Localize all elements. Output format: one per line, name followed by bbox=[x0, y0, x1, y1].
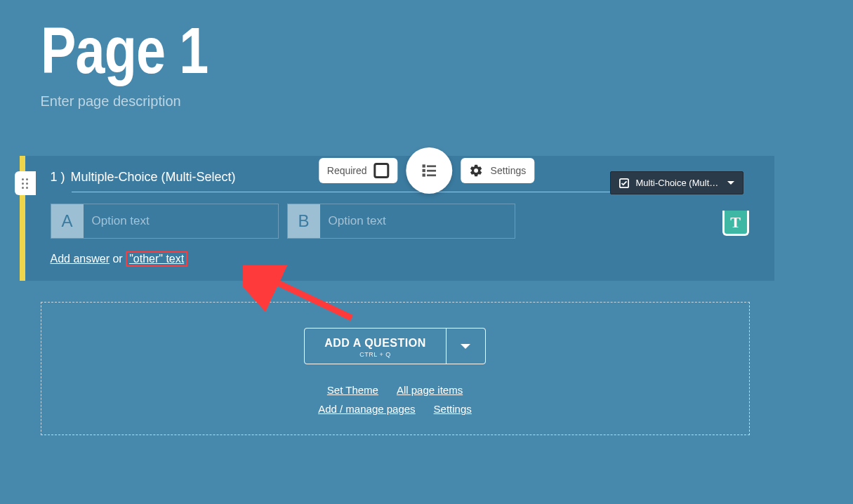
footer-links: Set Theme All page items Add / manage pa… bbox=[55, 384, 735, 415]
or-text: or bbox=[110, 253, 126, 265]
drag-icon bbox=[22, 178, 28, 189]
checkbox-empty-icon bbox=[374, 163, 390, 178]
chevron-down-icon bbox=[461, 344, 470, 349]
question-type-label: Multi-Choice (Multi … bbox=[636, 178, 720, 188]
gear-icon bbox=[470, 164, 484, 178]
add-question-area: ADD A QUESTION CTRL + Q Set Theme All pa… bbox=[41, 302, 750, 435]
question-type-button[interactable] bbox=[406, 147, 453, 194]
set-theme-link[interactable]: Set Theme bbox=[327, 384, 378, 396]
text-format-tab[interactable]: T bbox=[722, 211, 749, 236]
manage-pages-link[interactable]: Add / manage pages bbox=[318, 403, 415, 415]
add-option-row: Add answer or "other" text bbox=[51, 251, 746, 267]
svg-rect-2 bbox=[423, 169, 425, 172]
required-toggle[interactable]: Required bbox=[319, 158, 398, 183]
svg-rect-0 bbox=[423, 164, 425, 167]
question-type-select[interactable]: Multi-Choice (Multi … bbox=[610, 171, 743, 194]
svg-rect-1 bbox=[427, 165, 436, 167]
add-answer-link[interactable]: Add answer bbox=[51, 253, 110, 265]
svg-rect-4 bbox=[423, 173, 425, 176]
settings-button[interactable]: Settings bbox=[461, 158, 535, 183]
options-row: A B bbox=[51, 204, 746, 239]
option-letter: B bbox=[288, 204, 320, 238]
question-number: 1 ) bbox=[51, 170, 65, 185]
question-toolbar: Required Settings bbox=[319, 147, 534, 194]
add-question-button-group: ADD A QUESTION CTRL + Q bbox=[304, 328, 485, 364]
all-page-items-link[interactable]: All page items bbox=[397, 384, 463, 396]
list-icon bbox=[421, 161, 439, 180]
chevron-down-icon bbox=[727, 181, 734, 185]
option-a: A bbox=[51, 204, 279, 239]
option-b-input[interactable] bbox=[320, 204, 515, 238]
add-question-label: ADD A QUESTION bbox=[324, 337, 425, 350]
required-label: Required bbox=[327, 165, 367, 176]
option-letter: A bbox=[51, 204, 84, 238]
svg-rect-5 bbox=[427, 174, 436, 176]
option-a-input[interactable] bbox=[84, 204, 278, 238]
add-question-dropdown[interactable] bbox=[446, 329, 485, 364]
page-description-input[interactable]: Enter page description bbox=[41, 93, 813, 110]
page-title[interactable]: Page 1 bbox=[41, 14, 674, 88]
other-text-link[interactable]: "other" text bbox=[126, 251, 187, 267]
checkbox-checked-icon bbox=[619, 178, 629, 188]
option-b: B bbox=[287, 204, 515, 239]
settings-link[interactable]: Settings bbox=[434, 403, 472, 415]
drag-handle[interactable] bbox=[15, 171, 36, 195]
add-question-button[interactable]: ADD A QUESTION CTRL + Q bbox=[305, 329, 445, 364]
add-question-shortcut: CTRL + Q bbox=[359, 351, 390, 358]
settings-label: Settings bbox=[491, 165, 527, 176]
svg-rect-3 bbox=[427, 170, 436, 172]
